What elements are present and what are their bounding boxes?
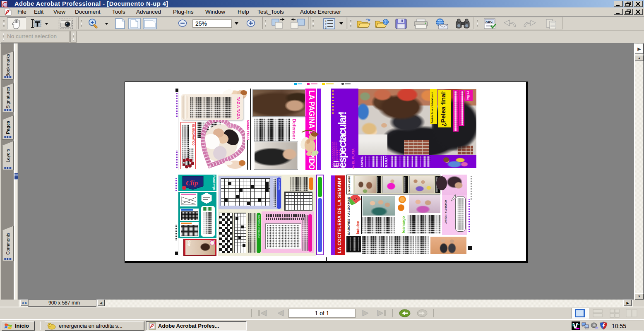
svg-text:1: 1 <box>325 19 327 22</box>
svg-text:Clip: Clip <box>186 179 198 187</box>
svg-text:ABC: ABC <box>485 20 493 24</box>
svg-text:2: 2 <box>325 23 327 26</box>
svg-text:3: 3 <box>325 26 327 29</box>
